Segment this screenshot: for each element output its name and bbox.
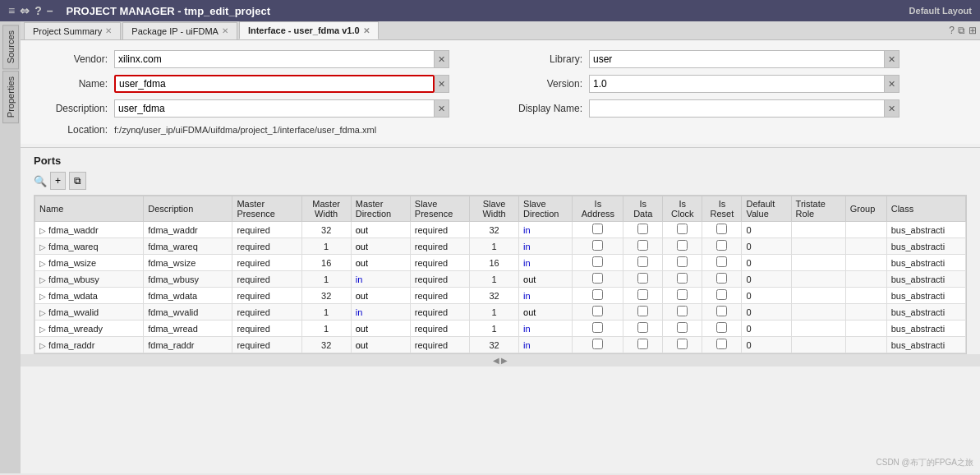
row-expand-icon[interactable]: ▷ <box>39 308 46 317</box>
tab-restore-icon[interactable]: ⧉ <box>958 25 965 36</box>
search-icon[interactable]: 🔍 <box>34 175 47 187</box>
row-expand-icon[interactable]: ▷ <box>39 292 46 301</box>
menu-icon[interactable]: ≡ <box>8 4 15 17</box>
tab-close-interface[interactable]: ✕ <box>363 26 370 35</box>
row-expand-icon[interactable]: ▷ <box>39 341 46 350</box>
row-expand-icon[interactable]: ▷ <box>39 226 46 235</box>
version-clear-btn[interactable]: ✕ <box>885 75 899 93</box>
cell-is-reset[interactable] <box>702 337 742 353</box>
is-clock-checkbox[interactable] <box>677 289 688 300</box>
is-addr-checkbox[interactable] <box>592 256 603 267</box>
tab-close-package-ip[interactable]: ✕ <box>222 26 228 35</box>
description-input[interactable] <box>114 99 435 118</box>
cell-is-clock[interactable] <box>663 288 702 304</box>
library-clear-btn[interactable]: ✕ <box>885 50 899 68</box>
display-name-input[interactable] <box>589 99 885 118</box>
cell-is-reset[interactable] <box>702 238 742 255</box>
vendor-clear-btn[interactable]: ✕ <box>435 50 449 68</box>
is-data-checkbox[interactable] <box>637 256 648 267</box>
is-reset-checkbox[interactable] <box>716 322 727 333</box>
row-expand-icon[interactable]: ▷ <box>39 325 46 334</box>
cell-is-clock[interactable] <box>663 321 702 337</box>
cell-is-reset[interactable] <box>702 304 742 321</box>
tab-project-summary[interactable]: Project Summary ✕ <box>24 22 121 39</box>
cell-is-clock[interactable] <box>663 271 702 288</box>
is-clock-checkbox[interactable] <box>677 339 688 349</box>
is-reset-checkbox[interactable] <box>716 289 727 300</box>
cell-is-clock[interactable] <box>663 255 702 271</box>
cell-is-data[interactable] <box>623 321 663 337</box>
is-addr-checkbox[interactable] <box>592 339 603 349</box>
is-addr-checkbox[interactable] <box>592 273 603 284</box>
is-clock-checkbox[interactable] <box>677 273 688 284</box>
is-data-checkbox[interactable] <box>637 224 648 234</box>
is-clock-checkbox[interactable] <box>677 322 688 333</box>
description-clear-btn[interactable]: ✕ <box>435 99 449 118</box>
row-expand-icon[interactable]: ▷ <box>39 259 46 268</box>
cell-is-data[interactable] <box>623 238 663 255</box>
version-input[interactable] <box>589 75 885 93</box>
is-data-checkbox[interactable] <box>637 240 648 251</box>
vendor-input[interactable] <box>114 50 435 68</box>
cell-is-data[interactable] <box>623 288 663 304</box>
row-expand-icon[interactable]: ▷ <box>39 242 46 251</box>
library-input[interactable] <box>589 50 885 68</box>
tab-close-project-summary[interactable]: ✕ <box>105 26 112 35</box>
minimize-icon[interactable]: – <box>47 4 53 17</box>
is-clock-checkbox[interactable] <box>677 306 688 316</box>
cell-is-clock[interactable] <box>663 337 702 353</box>
tab-interface[interactable]: Interface - user_fdma v1.0 ✕ <box>239 21 379 39</box>
cell-is-clock[interactable] <box>663 222 702 238</box>
cell-is-data[interactable] <box>623 222 663 238</box>
cell-is-data[interactable] <box>623 304 663 321</box>
cell-is-addr[interactable] <box>573 271 623 288</box>
is-clock-checkbox[interactable] <box>677 224 688 234</box>
is-addr-checkbox[interactable] <box>592 224 603 234</box>
cell-is-reset[interactable] <box>702 288 742 304</box>
cell-is-addr[interactable] <box>573 337 623 353</box>
is-reset-checkbox[interactable] <box>716 306 727 316</box>
help-icon[interactable]: ? <box>35 4 42 17</box>
table-row[interactable]: ▷ fdma_wready fdma_wread required 1 out … <box>35 321 966 337</box>
cell-is-reset[interactable] <box>702 255 742 271</box>
cell-is-addr[interactable] <box>573 222 623 238</box>
table-row[interactable]: ▷ fdma_wbusy fdma_wbusy required 1 in re… <box>35 271 966 288</box>
cell-is-addr[interactable] <box>573 304 623 321</box>
is-data-checkbox[interactable] <box>637 339 648 349</box>
cell-is-addr[interactable] <box>573 255 623 271</box>
is-data-checkbox[interactable] <box>637 273 648 284</box>
display-name-clear-btn[interactable]: ✕ <box>885 99 899 118</box>
table-row[interactable]: ▷ fdma_wdata fdma_wdata required 32 out … <box>35 288 966 304</box>
is-reset-checkbox[interactable] <box>716 224 727 234</box>
tab-help-icon[interactable]: ? <box>949 25 955 36</box>
tab-maximize-icon[interactable]: ⊞ <box>968 25 977 36</box>
add-button[interactable]: + <box>50 172 66 190</box>
tab-package-ip[interactable]: Package IP - uiFDMA ✕ <box>122 22 237 39</box>
is-reset-checkbox[interactable] <box>716 256 727 267</box>
table-row[interactable]: ▷ fdma_wvalid fdma_wvalid required 1 in … <box>35 304 966 321</box>
cell-is-reset[interactable] <box>702 222 742 238</box>
is-clock-checkbox[interactable] <box>677 240 688 251</box>
is-data-checkbox[interactable] <box>637 289 648 300</box>
name-input[interactable] <box>114 75 435 93</box>
cell-is-reset[interactable] <box>702 271 742 288</box>
row-expand-icon[interactable]: ▷ <box>39 275 46 284</box>
is-data-checkbox[interactable] <box>637 306 648 316</box>
is-reset-checkbox[interactable] <box>716 240 727 251</box>
table-row[interactable]: ▷ fdma_wareq fdma_wareq required 1 out r… <box>35 238 966 255</box>
properties-tab[interactable]: Properties <box>2 71 19 123</box>
ports-table-container[interactable]: Name Description MasterPresence MasterWi… <box>34 195 967 354</box>
scrollbar-area[interactable]: ◀ ▶ <box>21 354 980 367</box>
is-addr-checkbox[interactable] <box>592 240 603 251</box>
cell-is-addr[interactable] <box>573 238 623 255</box>
title-bar-icons[interactable]: ≡ ⇔ ? – <box>8 4 53 17</box>
cell-is-addr[interactable] <box>573 288 623 304</box>
cell-is-data[interactable] <box>623 255 663 271</box>
is-addr-checkbox[interactable] <box>592 289 603 300</box>
table-row[interactable]: ▷ fdma_wsize fdma_wsize required 16 out … <box>35 255 966 271</box>
copy-button[interactable]: ⧉ <box>69 172 86 190</box>
cell-is-data[interactable] <box>623 271 663 288</box>
name-clear-btn[interactable]: ✕ <box>435 75 449 93</box>
table-row[interactable]: ▷ fdma_raddr fdma_raddr required 32 out … <box>35 337 966 353</box>
is-addr-checkbox[interactable] <box>592 306 603 316</box>
